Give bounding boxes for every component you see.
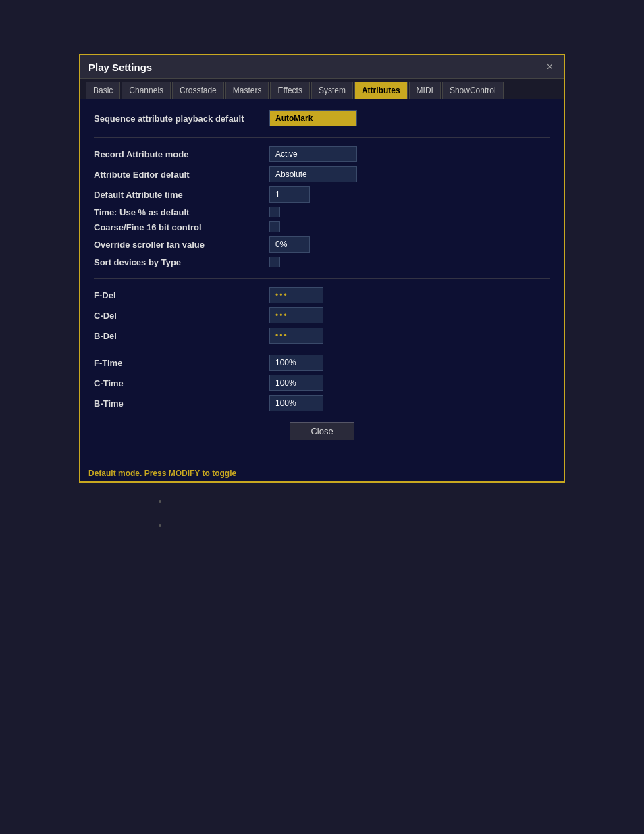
- divider-1: [94, 137, 550, 138]
- b-del-value[interactable]: •••: [269, 328, 323, 344]
- status-bar: Default mode. Press MODIFY to toggle: [80, 465, 564, 481]
- b-time-label: B-Time: [94, 398, 269, 409]
- record-attribute-row: Record Attribute mode Active: [94, 146, 550, 162]
- tab-midi[interactable]: MIDI: [409, 82, 441, 99]
- tab-channels[interactable]: Channels: [122, 82, 171, 99]
- f-time-row: F-Time 100%: [94, 355, 550, 371]
- coarse-fine-label: Coarse/Fine 16 bit control: [94, 222, 269, 232]
- default-attr-time-label: Default Attribute time: [94, 190, 269, 200]
- b-del-row: B-Del •••: [94, 328, 550, 344]
- dialog-title: Play Settings: [88, 61, 152, 73]
- play-settings-dialog: Play Settings × Basic Channels Crossfade…: [79, 54, 565, 483]
- record-attribute-value[interactable]: Active: [269, 146, 357, 162]
- close-button[interactable]: Close: [290, 422, 354, 440]
- record-attribute-label: Record Attribute mode: [94, 149, 269, 159]
- f-del-row: F-Del •••: [94, 287, 550, 303]
- del-section: F-Del ••• C-Del ••• B-Del •••: [94, 287, 550, 344]
- tab-basic[interactable]: Basic: [86, 82, 120, 99]
- tab-effects[interactable]: Effects: [270, 82, 309, 99]
- f-del-label: F-Del: [94, 290, 269, 301]
- sequence-section: Sequence attribute playback default Auto…: [94, 110, 550, 126]
- c-del-value[interactable]: •••: [269, 307, 323, 323]
- tab-crossfade[interactable]: Crossfade: [172, 82, 224, 99]
- bullet-item-2: [169, 520, 630, 530]
- dialog-titlebar: Play Settings ×: [80, 55, 564, 79]
- attribute-editor-label: Attribute Editor default: [94, 170, 269, 180]
- coarse-fine-row: Coarse/Fine 16 bit control: [94, 221, 550, 232]
- sequence-value[interactable]: AutoMark: [269, 110, 357, 126]
- f-time-value[interactable]: 100%: [269, 355, 323, 371]
- tab-attributes[interactable]: Attributes: [354, 82, 408, 99]
- f-del-value[interactable]: •••: [269, 287, 323, 303]
- c-time-row: C-Time 100%: [94, 375, 550, 391]
- sort-devices-row: Sort devices by Type: [94, 257, 550, 267]
- use-percent-label: Time: Use % as default: [94, 207, 269, 217]
- divider-2: [94, 278, 550, 279]
- bullet-item-1: [169, 496, 630, 506]
- scroller-fan-label: Override scroller fan value: [94, 240, 269, 250]
- scroller-fan-value[interactable]: 0%: [269, 236, 310, 253]
- b-del-label: B-Del: [94, 331, 269, 341]
- sequence-playback-row: Sequence attribute playback default Auto…: [94, 110, 550, 126]
- default-attr-time-value[interactable]: 1: [269, 186, 310, 203]
- sequence-label: Sequence attribute playback default: [94, 113, 269, 124]
- use-percent-row: Time: Use % as default: [94, 207, 550, 217]
- coarse-fine-checkbox[interactable]: [269, 221, 280, 232]
- c-time-label: C-Time: [94, 378, 269, 388]
- tab-showcontrol[interactable]: ShowControl: [442, 82, 504, 99]
- scroller-fan-row: Override scroller fan value 0%: [94, 236, 550, 253]
- use-percent-checkbox[interactable]: [269, 207, 280, 217]
- c-del-row: C-Del •••: [94, 307, 550, 323]
- tab-bar: Basic Channels Crossfade Masters Effects…: [80, 79, 564, 99]
- default-attr-time-row: Default Attribute time 1: [94, 186, 550, 203]
- c-del-label: C-Del: [94, 311, 269, 321]
- attribute-editor-row: Attribute Editor default Absolute: [94, 166, 550, 182]
- sort-devices-label: Sort devices by Type: [94, 257, 269, 267]
- dialog-close-button[interactable]: ×: [544, 61, 556, 73]
- bullet-list: [169, 496, 630, 530]
- tab-system[interactable]: System: [311, 82, 353, 99]
- sort-devices-checkbox[interactable]: [269, 257, 280, 267]
- c-time-value[interactable]: 100%: [269, 375, 323, 391]
- dialog-body: Sequence attribute playback default Auto…: [80, 99, 564, 465]
- tab-masters[interactable]: Masters: [225, 82, 269, 99]
- status-text: Default mode. Press MODIFY to toggle: [88, 469, 236, 478]
- attribute-fields-section: Record Attribute mode Active Attribute E…: [94, 146, 550, 267]
- b-time-value[interactable]: 100%: [269, 395, 323, 411]
- attribute-editor-value[interactable]: Absolute: [269, 166, 357, 182]
- f-time-label: F-Time: [94, 358, 269, 368]
- b-time-row: B-Time 100%: [94, 395, 550, 411]
- time-section: F-Time 100% C-Time 100% B-Time 100%: [94, 355, 550, 411]
